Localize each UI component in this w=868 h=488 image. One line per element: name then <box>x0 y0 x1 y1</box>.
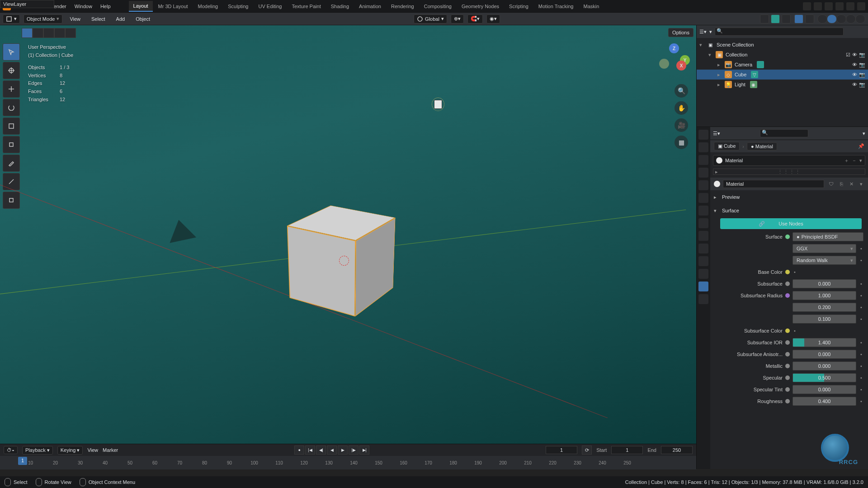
prop-value-input[interactable]: 0.400 <box>793 397 856 406</box>
prop-value-input[interactable]: 0.000 <box>793 350 856 359</box>
outliner-row-collection[interactable]: ▾ ▣ Collection ☑👁📷 <box>697 50 868 60</box>
prop-menu-icon[interactable]: • <box>793 328 797 333</box>
outliner-search-input[interactable]: 🔍 <box>715 28 844 36</box>
socket-dot-icon[interactable] <box>785 340 790 345</box>
prop-value-input[interactable]: 1.400 <box>793 338 856 347</box>
shading-matprev-icon[interactable] <box>836 14 846 23</box>
workspace-tab[interactable]: Geometry Nodes <box>457 1 504 11</box>
header-add[interactable]: Add <box>113 15 129 23</box>
prop-menu-icon[interactable]: • <box>859 305 863 310</box>
render-icon[interactable]: 📷 <box>859 82 865 88</box>
prop-menu-icon[interactable]: • <box>859 363 863 369</box>
prop-menu-icon[interactable]: • <box>859 246 863 251</box>
workspace-tab[interactable]: Modeling <box>193 1 223 11</box>
prop-value-input[interactable]: 1.000 <box>793 291 856 300</box>
outliner-editor-type-icon[interactable]: ☰▾ <box>699 29 707 35</box>
3d-viewport[interactable]: Options User Perspective (1) Collection … <box>0 25 696 444</box>
eye-icon[interactable]: 👁 <box>852 82 857 88</box>
header-object[interactable]: Object <box>132 15 154 23</box>
viewlayer-browse-icon[interactable] <box>835 2 844 10</box>
crumb-object[interactable]: ▣ Cube <box>714 142 740 150</box>
properties-editor-type-icon[interactable]: ☰▾ <box>713 131 720 136</box>
jump-start-icon[interactable]: |◀ <box>305 446 315 455</box>
camera-object[interactable] <box>165 217 196 243</box>
outliner-row-cube[interactable]: ▸ ◇ Cube ▽ 👁📷 <box>697 70 868 80</box>
overlays-toggle-icon[interactable] <box>782 14 791 23</box>
outliner-row-camera[interactable]: ▸ 📷 Camera 👁📷 <box>697 60 868 70</box>
xray-toggle-icon[interactable] <box>794 14 803 23</box>
prop-tab-constraints-icon[interactable] <box>698 256 708 266</box>
prop-menu-icon[interactable]: • <box>859 281 863 286</box>
prop-tab-particles-icon[interactable] <box>698 231 708 241</box>
socket-dot-icon[interactable] <box>785 282 790 286</box>
checkbox-icon[interactable]: ☑ <box>846 52 850 58</box>
prop-menu-icon[interactable]: • <box>859 352 863 357</box>
workspace-tab[interactable]: Animation <box>354 1 386 11</box>
timeline-marker-menu[interactable]: Marker <box>103 447 118 453</box>
render-icon[interactable]: 📷 <box>859 52 865 58</box>
workspace-tab[interactable]: Shading <box>326 1 354 11</box>
prop-tab-material-icon[interactable] <box>698 282 708 291</box>
material-ball-icon[interactable] <box>714 181 720 187</box>
material-name-input[interactable] <box>723 180 824 188</box>
prop-menu-icon[interactable]: • <box>859 316 863 322</box>
distribution-dropdown[interactable]: GGX▾ <box>793 244 856 253</box>
eye-icon[interactable]: 👁 <box>852 52 857 58</box>
surface-shader-dropdown[interactable]: ● Principled BSDF <box>793 232 863 241</box>
socket-dot-icon[interactable] <box>785 235 790 239</box>
prop-menu-icon[interactable]: • <box>859 340 863 345</box>
properties-search-input[interactable]: 🔍 <box>760 129 808 137</box>
timeline-track[interactable]: 1 10 20 30 40 50 60 70 80 90 100 110 120… <box>0 456 696 469</box>
outliner-new-collection-icon[interactable] <box>857 28 865 36</box>
timeline-keying-menu[interactable]: Keying ▾ <box>57 446 83 455</box>
gizmo-toggle-icon[interactable] <box>771 14 780 23</box>
timeline-editor-type-icon[interactable]: ⏱▾ <box>4 446 18 454</box>
new-viewlayer-icon[interactable] <box>846 2 854 10</box>
header-select[interactable]: Select <box>88 15 109 23</box>
prop-value-input[interactable]: 0.200 <box>793 303 856 312</box>
prop-menu-icon[interactable]: • <box>859 293 863 298</box>
keyframe-next-icon[interactable]: |▶ <box>349 446 359 455</box>
socket-dot-icon[interactable] <box>785 399 790 404</box>
fake-user-icon[interactable]: 🛡 <box>827 181 835 187</box>
editor-type-dropdown[interactable]: ▾ <box>3 14 20 23</box>
workspace-tab[interactable]: Motion Tracking <box>534 1 578 11</box>
pin-icon[interactable]: 📌 <box>858 143 864 149</box>
mode-dropdown[interactable]: Object Mode ▾ <box>24 14 62 23</box>
socket-dot-icon[interactable] <box>785 328 790 333</box>
play-icon[interactable]: ▶ <box>338 446 348 455</box>
eye-icon[interactable]: 👁 <box>852 72 857 78</box>
outliner-display-mode-icon[interactable]: ▾ <box>709 29 712 35</box>
timeline-playback-menu[interactable]: Playback ▾ <box>22 446 53 455</box>
shading-rendered-icon[interactable] <box>846 14 856 23</box>
prop-value-input[interactable]: 0.100 <box>793 314 856 324</box>
unlink-icon[interactable]: ✕ <box>848 181 855 187</box>
workspace-tab[interactable]: Scripting <box>505 1 533 11</box>
autokey-icon[interactable]: ● <box>294 446 304 455</box>
material-slot-strip[interactable]: ▸⋮⋮⋮⋮ <box>713 169 865 175</box>
shading-options-icon[interactable] <box>855 14 865 23</box>
prop-value-input[interactable]: 0.000 <box>793 385 856 394</box>
outliner-row-light[interactable]: ▸ 💡 Light ◉ 👁📷 <box>697 80 868 89</box>
eye-icon[interactable]: 👁 <box>852 62 857 68</box>
prop-tab-render-icon[interactable] <box>698 142 708 152</box>
prop-menu-icon[interactable]: • <box>859 387 863 392</box>
delete-viewlayer-icon[interactable] <box>857 2 865 10</box>
scene-browse-icon[interactable] <box>803 2 811 10</box>
render-icon[interactable]: 📷 <box>859 72 865 78</box>
viewlayer-name-input[interactable] <box>0 0 54 8</box>
orientation-dropdown[interactable]: Global ▾ <box>414 14 447 23</box>
prop-tab-tool-icon[interactable] <box>698 130 708 140</box>
prop-tab-modifiers-icon[interactable] <box>698 218 708 228</box>
jump-end-icon[interactable]: ▶| <box>359 446 369 455</box>
toggle-icon[interactable] <box>805 14 814 23</box>
header-view[interactable]: View <box>66 15 84 23</box>
prop-menu-icon[interactable]: • <box>859 375 863 380</box>
new-scene-icon[interactable] <box>814 2 822 10</box>
workspace-tab[interactable]: Maskin <box>579 1 604 11</box>
menu-window[interactable]: Window <box>71 2 96 11</box>
prop-menu-icon[interactable]: • <box>859 399 863 404</box>
material-options-icon[interactable]: ▾ <box>858 181 864 187</box>
render-icon[interactable]: 📷 <box>859 62 865 68</box>
timeline-view-menu[interactable]: View <box>87 447 98 453</box>
